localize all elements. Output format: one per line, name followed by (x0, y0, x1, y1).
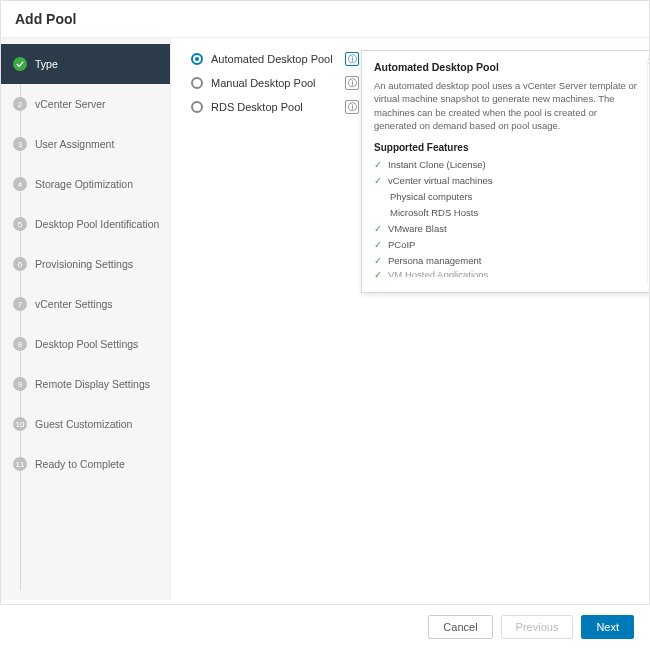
feature-item: ✓PCoIP (374, 239, 641, 250)
dialog-footer: Cancel Previous Next (0, 604, 650, 648)
previous-button: Previous (501, 615, 574, 639)
radio-icon[interactable] (191, 53, 203, 65)
step-guest-customization[interactable]: 10 Guest Customization (1, 404, 170, 444)
info-icon[interactable]: ⓘ (345, 100, 359, 114)
feature-item-cutoff: ✓VM Hosted Applications (374, 271, 641, 277)
step-number-icon: 10 (13, 417, 27, 431)
feature-item: Microsoft RDS Hosts (374, 207, 641, 218)
step-type[interactable]: Type (1, 44, 170, 84)
step-number-icon: 5 (13, 217, 27, 231)
check-icon: ✓ (374, 239, 382, 250)
dialog-body: Type 2 vCenter Server 3 User Assignment … (1, 38, 649, 600)
check-icon (13, 57, 27, 71)
check-icon: ✓ (374, 223, 382, 234)
dialog-header: Add Pool (1, 1, 649, 38)
step-label: Ready to Complete (35, 458, 125, 470)
radio-label: Automated Desktop Pool (211, 53, 341, 65)
tooltip-features-title: Supported Features (374, 142, 641, 153)
dialog-title: Add Pool (15, 11, 635, 27)
step-number-icon: 11 (13, 457, 27, 471)
step-remote-display-settings[interactable]: 9 Remote Display Settings (1, 364, 170, 404)
step-user-assignment[interactable]: 3 User Assignment (1, 124, 170, 164)
check-icon: ✓ (374, 271, 382, 277)
step-number-icon: 9 (13, 377, 27, 391)
feature-item: ✓VMware Blast (374, 223, 641, 234)
step-label: vCenter Settings (35, 298, 113, 310)
info-icon[interactable]: ⓘ (345, 52, 359, 66)
step-number-icon: 8 (13, 337, 27, 351)
step-number-icon: 7 (13, 297, 27, 311)
step-storage-optimization[interactable]: 4 Storage Optimization (1, 164, 170, 204)
check-icon: ✓ (374, 175, 382, 186)
step-label: User Assignment (35, 138, 114, 150)
check-icon: ✓ (374, 255, 382, 266)
step-label: Type (35, 58, 58, 70)
step-label: Provisioning Settings (35, 258, 133, 270)
feature-item: ✓Persona management (374, 255, 641, 266)
step-number-icon: 3 (13, 137, 27, 151)
tooltip-content: Automated Desktop Pool An automated desk… (374, 61, 648, 282)
info-tooltip: × Automated Desktop Pool An automated de… (361, 50, 650, 293)
cancel-button[interactable]: Cancel (428, 615, 492, 639)
feature-item: ✓Instant Clone (License) (374, 159, 641, 170)
next-button[interactable]: Next (581, 615, 634, 639)
step-label: Remote Display Settings (35, 378, 150, 390)
step-number-icon: 6 (13, 257, 27, 271)
step-ready-to-complete[interactable]: 11 Ready to Complete (1, 444, 170, 484)
step-vcenter-server[interactable]: 2 vCenter Server (1, 84, 170, 124)
tooltip-title: Automated Desktop Pool (374, 61, 641, 73)
step-desktop-pool-settings[interactable]: 8 Desktop Pool Settings (1, 324, 170, 364)
radio-label: RDS Desktop Pool (211, 101, 341, 113)
step-desktop-pool-identification[interactable]: 5 Desktop Pool Identification (1, 204, 170, 244)
step-vcenter-settings[interactable]: 7 vCenter Settings (1, 284, 170, 324)
step-label: vCenter Server (35, 98, 106, 110)
step-provisioning-settings[interactable]: 6 Provisioning Settings (1, 244, 170, 284)
step-label: Desktop Pool Settings (35, 338, 138, 350)
step-label: Storage Optimization (35, 178, 133, 190)
step-label: Guest Customization (35, 418, 132, 430)
info-icon[interactable]: ⓘ (345, 76, 359, 90)
feature-item: Physical computers (374, 191, 641, 202)
wizard-steps-sidebar: Type 2 vCenter Server 3 User Assignment … (1, 38, 171, 600)
step-number-icon: 4 (13, 177, 27, 191)
main-panel: ? Automated Desktop Pool ⓘ Manual Deskto… (171, 38, 649, 600)
radio-label: Manual Desktop Pool (211, 77, 341, 89)
radio-icon[interactable] (191, 101, 203, 113)
step-number-icon: 2 (13, 97, 27, 111)
tooltip-description: An automated desktop pool uses a vCenter… (374, 79, 641, 132)
radio-icon[interactable] (191, 77, 203, 89)
step-label: Desktop Pool Identification (35, 218, 159, 230)
check-icon: ✓ (374, 159, 382, 170)
feature-item: ✓vCenter virtual machines (374, 175, 641, 186)
